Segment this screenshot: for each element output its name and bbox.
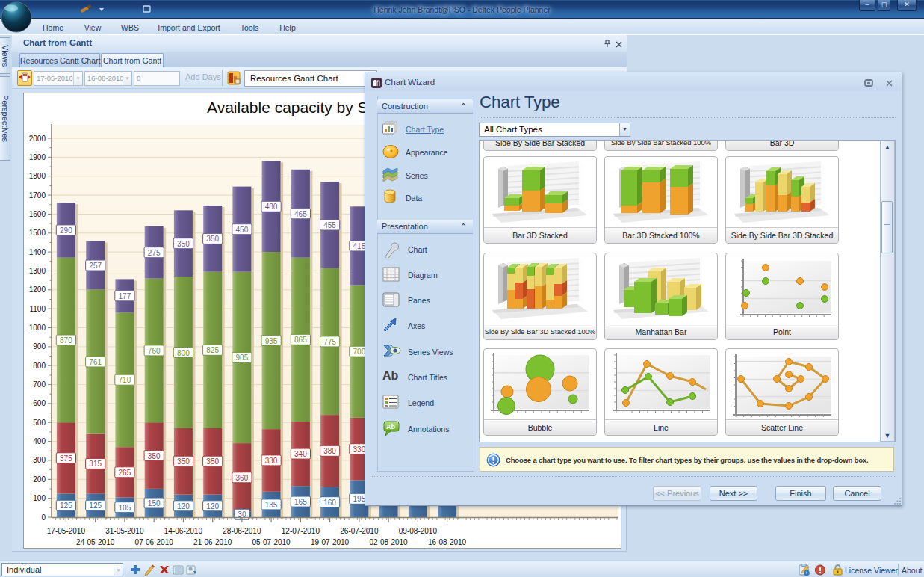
svg-text:150: 150 xyxy=(148,499,161,507)
svg-text:07-06-2010: 07-06-2010 xyxy=(135,538,174,546)
svg-text:120: 120 xyxy=(206,502,219,510)
svg-text:480: 480 xyxy=(265,203,278,211)
svg-text:300: 300 xyxy=(33,456,46,464)
svg-text:800: 800 xyxy=(33,362,46,370)
svg-text:2000: 2000 xyxy=(29,135,46,143)
svg-text:125: 125 xyxy=(89,502,102,510)
svg-text:105: 105 xyxy=(119,504,131,512)
svg-text:900: 900 xyxy=(33,342,46,351)
svg-text:24-05-2010: 24-05-2010 xyxy=(76,538,115,546)
svg-text:1600: 1600 xyxy=(29,210,46,218)
svg-text:600: 600 xyxy=(33,399,46,407)
svg-text:350: 350 xyxy=(206,457,219,466)
svg-text:865: 865 xyxy=(294,336,307,344)
svg-text:1400: 1400 xyxy=(29,248,46,256)
svg-text:1700: 1700 xyxy=(29,191,46,200)
svg-text:350: 350 xyxy=(148,452,161,460)
svg-text:160: 160 xyxy=(323,499,336,507)
svg-text:825: 825 xyxy=(206,346,219,354)
svg-text:09-08-2010: 09-08-2010 xyxy=(399,527,438,535)
svg-text:1300: 1300 xyxy=(29,267,46,275)
svg-text:350: 350 xyxy=(206,235,219,243)
svg-text:02-08-2010: 02-08-2010 xyxy=(370,538,409,546)
svg-text:Ab: Ab xyxy=(382,369,399,382)
svg-text:465: 465 xyxy=(294,210,307,218)
svg-text:165: 165 xyxy=(294,498,307,506)
svg-text:775: 775 xyxy=(323,338,336,346)
svg-text:450: 450 xyxy=(236,226,249,234)
svg-text:350: 350 xyxy=(177,240,190,248)
svg-text:935: 935 xyxy=(265,337,278,345)
svg-text:1500: 1500 xyxy=(29,229,46,237)
svg-text:26-07-2010: 26-07-2010 xyxy=(340,527,379,535)
svg-text:125: 125 xyxy=(60,502,72,510)
svg-text:Ab: Ab xyxy=(386,423,395,431)
svg-text:1000: 1000 xyxy=(29,324,46,332)
svg-text:350: 350 xyxy=(177,457,190,466)
svg-text:340: 340 xyxy=(294,450,307,458)
svg-text:905: 905 xyxy=(236,354,249,362)
svg-text:360: 360 xyxy=(236,474,249,482)
svg-text:177: 177 xyxy=(119,292,131,300)
svg-text:0: 0 xyxy=(41,513,46,522)
svg-text:455: 455 xyxy=(323,221,336,229)
svg-text:200: 200 xyxy=(33,475,46,484)
svg-text:761: 761 xyxy=(89,358,102,366)
svg-text:1200: 1200 xyxy=(29,286,46,294)
svg-text:265: 265 xyxy=(119,469,131,477)
svg-text:19-07-2010: 19-07-2010 xyxy=(311,538,350,546)
svg-text:12-07-2010: 12-07-2010 xyxy=(282,527,320,535)
svg-text:28-06-2010: 28-06-2010 xyxy=(223,527,261,535)
svg-text:16-08-2010: 16-08-2010 xyxy=(428,538,467,546)
svg-text:870: 870 xyxy=(60,336,72,345)
svg-text:14-06-2010: 14-06-2010 xyxy=(164,527,203,535)
svg-text:120: 120 xyxy=(177,502,190,510)
svg-text:800: 800 xyxy=(177,349,190,357)
svg-text:380: 380 xyxy=(323,447,336,455)
svg-text:05-07-2010: 05-07-2010 xyxy=(252,538,291,546)
svg-text:21-06-2010: 21-06-2010 xyxy=(193,538,232,546)
svg-text:257: 257 xyxy=(89,262,102,270)
svg-text:1900: 1900 xyxy=(29,153,46,161)
svg-text:375: 375 xyxy=(60,454,72,463)
svg-text:17-05-2010: 17-05-2010 xyxy=(47,527,86,535)
svg-text:100: 100 xyxy=(33,494,46,502)
svg-text:330: 330 xyxy=(265,457,278,465)
svg-text:135: 135 xyxy=(265,501,278,509)
svg-text:500: 500 xyxy=(33,419,46,427)
svg-text:315: 315 xyxy=(89,460,102,468)
svg-text:1800: 1800 xyxy=(29,172,46,180)
svg-text:760: 760 xyxy=(148,347,161,355)
svg-text:290: 290 xyxy=(60,226,72,235)
svg-text:710: 710 xyxy=(119,376,131,384)
svg-text:1100: 1100 xyxy=(29,305,46,313)
svg-text:400: 400 xyxy=(33,437,46,445)
svg-text:275: 275 xyxy=(148,249,161,257)
svg-text:31-05-2010: 31-05-2010 xyxy=(105,527,144,535)
svg-text:700: 700 xyxy=(33,380,46,389)
